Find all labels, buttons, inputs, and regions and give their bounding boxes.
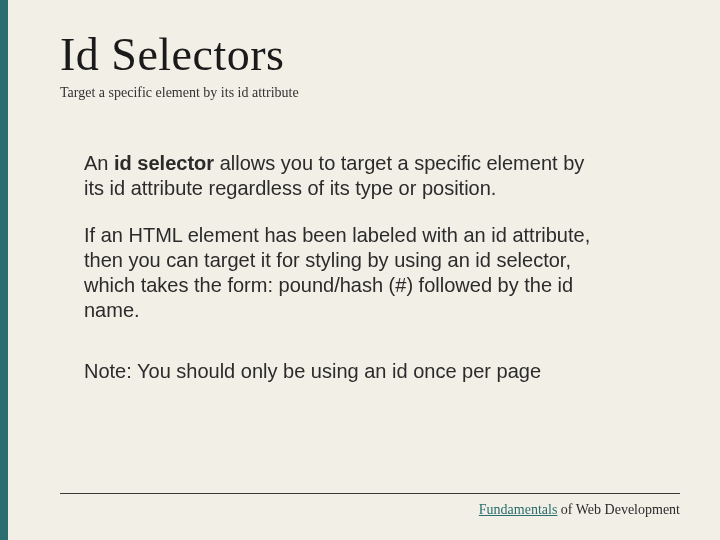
accent-bar <box>0 0 8 540</box>
para1-pre: An <box>84 152 114 174</box>
footer-word-3: Web Development <box>576 502 680 517</box>
footer-text: Fundamentals of Web Development <box>479 502 680 518</box>
footer-divider <box>60 493 680 494</box>
para1-bold: id selector <box>114 152 214 174</box>
paragraph-2: If an HTML element has been labeled with… <box>84 223 600 323</box>
note-paragraph: Note: You should only be using an id onc… <box>84 359 600 384</box>
paragraph-1: An id selector allows you to target a sp… <box>84 151 600 201</box>
slide-body: An id selector allows you to target a sp… <box>60 151 660 384</box>
slide-subtitle: Target a specific element by its id attr… <box>60 85 660 101</box>
footer-word-2: of <box>557 502 575 517</box>
footer-word-1: Fundamentals <box>479 502 558 517</box>
slide-content: Id Selectors Target a specific element b… <box>0 0 720 384</box>
slide-title: Id Selectors <box>60 28 660 81</box>
